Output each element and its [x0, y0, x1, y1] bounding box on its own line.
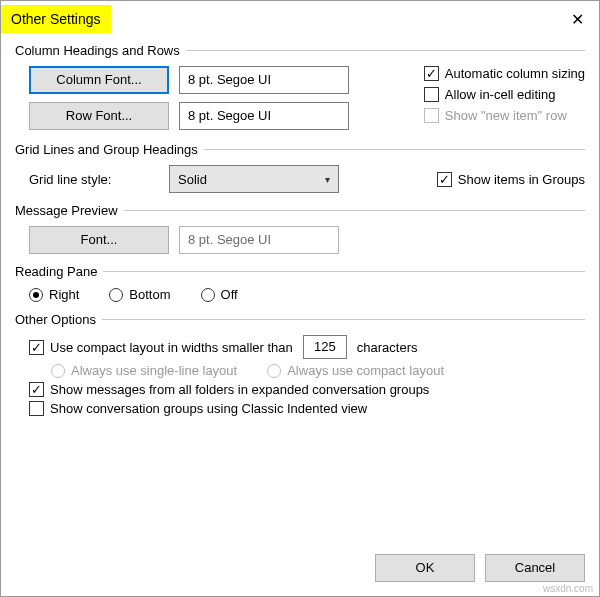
- always-single-label: Always use single-line layout: [71, 363, 237, 378]
- allow-incell-editing-checkbox[interactable]: Allow in-cell editing: [424, 87, 585, 102]
- always-compact-radio: Always use compact layout: [267, 363, 444, 378]
- dialog-footer: OK Cancel: [1, 544, 599, 596]
- column-font-value[interactable]: 8 pt. Segoe UI: [179, 66, 349, 94]
- grid-style-select[interactable]: Solid ▾: [169, 165, 339, 193]
- radio-icon: [51, 364, 65, 378]
- checkbox-icon: [29, 401, 44, 416]
- ok-button[interactable]: OK: [375, 554, 475, 582]
- radio-icon: [267, 364, 281, 378]
- grid-style-value: Solid: [178, 172, 207, 187]
- radio-icon: [201, 288, 215, 302]
- close-icon: ✕: [571, 10, 584, 29]
- dialog-body: Column Headings and Rows Column Font... …: [1, 37, 599, 544]
- legend-divider: [124, 210, 585, 211]
- legend-divider: [186, 50, 585, 51]
- compact-layout-checkbox[interactable]: ✓ Use compact layout in widths smaller t…: [29, 340, 293, 355]
- titlebar: Other Settings ✕: [1, 1, 599, 37]
- preview-font-value: 8 pt. Segoe UI: [179, 226, 339, 254]
- preview-font-button[interactable]: Font...: [29, 226, 169, 254]
- auto-column-sizing-checkbox[interactable]: ✓ Automatic column sizing: [424, 66, 585, 81]
- show-items-groups-checkbox[interactable]: ✓ Show items in Groups: [437, 172, 585, 187]
- row-font-button[interactable]: Row Font...: [29, 102, 169, 130]
- allow-incell-editing-label: Allow in-cell editing: [445, 87, 556, 102]
- columns-legend: Column Headings and Rows: [15, 43, 585, 58]
- other-legend-label: Other Options: [15, 312, 96, 327]
- reading-off-label: Off: [221, 287, 238, 302]
- preview-legend: Message Preview: [15, 203, 585, 218]
- classic-indent-label: Show conversation groups using Classic I…: [50, 401, 367, 416]
- window-title: Other Settings: [1, 5, 111, 33]
- reading-bottom-radio[interactable]: Bottom: [109, 287, 170, 302]
- chevron-down-icon: ▾: [325, 174, 330, 185]
- always-compact-label: Always use compact layout: [287, 363, 444, 378]
- legend-divider: [103, 271, 585, 272]
- compact-layout-suffix: characters: [357, 340, 418, 355]
- checkbox-icon: ✓: [437, 172, 452, 187]
- gridlines-legend: Grid Lines and Group Headings: [15, 142, 585, 157]
- compact-width-input[interactable]: 125: [303, 335, 347, 359]
- columns-legend-label: Column Headings and Rows: [15, 43, 180, 58]
- radio-icon: [109, 288, 123, 302]
- checkbox-icon: ✓: [29, 382, 44, 397]
- radio-icon: [29, 288, 43, 302]
- grid-style-label: Grid line style:: [29, 172, 159, 187]
- reading-right-radio[interactable]: Right: [29, 287, 79, 302]
- auto-column-sizing-label: Automatic column sizing: [445, 66, 585, 81]
- reading-legend-label: Reading Pane: [15, 264, 97, 279]
- classic-indent-checkbox[interactable]: Show conversation groups using Classic I…: [29, 401, 367, 416]
- close-button[interactable]: ✕: [555, 3, 599, 35]
- reading-off-radio[interactable]: Off: [201, 287, 238, 302]
- column-font-button[interactable]: Column Font...: [29, 66, 169, 94]
- show-msgs-checkbox[interactable]: ✓ Show messages from all folders in expa…: [29, 382, 429, 397]
- checkbox-icon: ✓: [424, 66, 439, 81]
- gridlines-legend-label: Grid Lines and Group Headings: [15, 142, 198, 157]
- show-new-item-label: Show "new item" row: [445, 108, 567, 123]
- preview-legend-label: Message Preview: [15, 203, 118, 218]
- reading-right-label: Right: [49, 287, 79, 302]
- show-items-groups-label: Show items in Groups: [458, 172, 585, 187]
- reading-legend: Reading Pane: [15, 264, 585, 279]
- show-new-item-checkbox: Show "new item" row: [424, 108, 585, 123]
- checkbox-icon: [424, 108, 439, 123]
- other-settings-dialog: Other Settings ✕ Column Headings and Row…: [0, 0, 600, 597]
- cancel-button[interactable]: Cancel: [485, 554, 585, 582]
- row-font-value[interactable]: 8 pt. Segoe UI: [179, 102, 349, 130]
- legend-divider: [204, 149, 585, 150]
- reading-bottom-label: Bottom: [129, 287, 170, 302]
- legend-divider: [102, 319, 585, 320]
- show-msgs-label: Show messages from all folders in expand…: [50, 382, 429, 397]
- checkbox-icon: [424, 87, 439, 102]
- checkbox-icon: ✓: [29, 340, 44, 355]
- compact-layout-prefix: Use compact layout in widths smaller tha…: [50, 340, 293, 355]
- other-legend: Other Options: [15, 312, 585, 327]
- always-single-radio: Always use single-line layout: [51, 363, 237, 378]
